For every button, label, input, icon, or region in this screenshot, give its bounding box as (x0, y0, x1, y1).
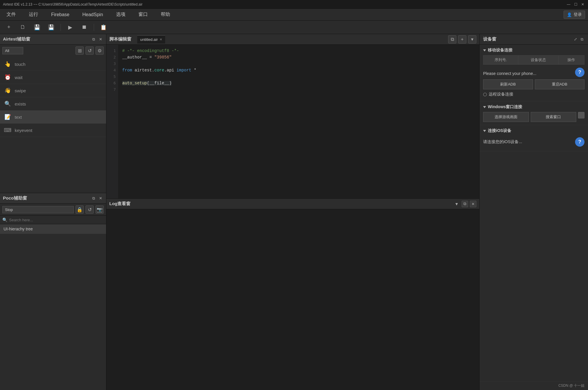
toolbar: + 🗋 💾 💾 ▶ ⏹ 📋 (0, 21, 588, 34)
menu-item-help[interactable]: 帮助 (157, 10, 174, 19)
airtest-close-button[interactable]: ✕ (98, 37, 103, 42)
left-panel: Airtest辅助窗 ⧉ ✕ All Android iOS Windows ⊞… (0, 34, 106, 390)
menu-item-window[interactable]: 窗口 (135, 10, 151, 19)
login-label: 登录 (574, 12, 582, 17)
poco-toolbar: Stop Android iOS 🔒 ↺ 📷 (0, 204, 106, 216)
assistant-item-keyevent[interactable]: ⌨ keyevent (0, 124, 106, 137)
device-restore-button[interactable]: ⧉ (579, 37, 584, 42)
col-status: 设备状态 (518, 56, 559, 65)
poco-search-input[interactable] (9, 218, 104, 222)
poco-mode-select[interactable]: Stop Android iOS (2, 206, 74, 213)
windows-connect-icon (578, 112, 584, 118)
windows-section-title: Windows窗口连接 (483, 104, 584, 110)
tab-close-button[interactable]: ✕ (160, 38, 162, 41)
assistant-item-touch[interactable]: 👆 touch (0, 58, 106, 71)
ios-section-label: 连接iOS设备 (488, 128, 511, 133)
mobile-section-title: 移动设备连接 (483, 48, 584, 53)
window-title: Airtest IDE v1.2.13 ~~ C:\Users\39856\Ap… (3, 2, 143, 6)
text-label: text (15, 115, 22, 120)
windows-triangle-icon (483, 106, 486, 108)
log-close-button[interactable]: ✕ (470, 201, 476, 207)
refresh-adb-button[interactable]: 刷新ADB (483, 79, 533, 89)
editor-header: 脚本编辑窗 untitled.air ✕ ⧉ + ▾ (106, 34, 479, 45)
ui-hierarchy-item[interactable]: UI-hierachy tree (0, 224, 106, 234)
line-numbers: 1 2 3 4 5 6 7 (106, 45, 118, 198)
mobile-help-button[interactable]: ? (575, 68, 584, 77)
airtest-restore-button[interactable]: ⧉ (91, 37, 96, 42)
editor-restore-button[interactable]: ⧉ (448, 35, 456, 43)
run-button[interactable]: ▶ (66, 23, 75, 32)
code-content[interactable]: # -*- encoding=utf8 -*- __author__ = "39… (118, 45, 479, 198)
windows-section: Windows窗口连接 选择游戏画面 搜索窗口 (480, 101, 588, 125)
save-as-button[interactable]: 💾 (46, 23, 56, 32)
restart-adb-button[interactable]: 重启ADB (535, 79, 585, 89)
keyevent-label: keyevent (15, 128, 32, 133)
airtest-add-button[interactable]: ⊞ (76, 46, 84, 55)
poco-panel-title: Poco辅助窗 (3, 195, 27, 201)
menu-item-firebase[interactable]: Firebase (48, 11, 73, 19)
poco-lock-button[interactable]: 🔒 (76, 205, 84, 214)
minimize-button[interactable]: — (566, 2, 571, 7)
exists-label: exists (15, 101, 26, 106)
ios-triangle-icon (483, 130, 486, 132)
device-panel-header: 设备窗 ⤢ ⧉ (480, 34, 588, 45)
wait-icon: ⏰ (4, 74, 11, 81)
remote-device-row[interactable]: 远程设备连接 (483, 89, 584, 98)
editor-expand-button[interactable]: ▾ (468, 35, 476, 43)
device-expand-button[interactable]: ⤢ (573, 37, 578, 42)
new-file-button[interactable]: + (4, 23, 14, 32)
poco-search-row: 🔍 (0, 216, 106, 224)
assistant-item-swipe[interactable]: 👋 swipe (0, 84, 106, 97)
text-icon: 📝 (4, 113, 11, 120)
user-icon: 👤 (567, 12, 572, 17)
code-area[interactable]: 1 2 3 4 5 6 7 # -*- encoding=utf8 -*- __… (106, 45, 479, 198)
poco-panel: Poco辅助窗 ⧉ ✕ Stop Android iOS 🔒 ↺ 📷 (0, 193, 106, 390)
stop-button[interactable]: ⏹ (80, 23, 89, 32)
airtest-settings-button[interactable]: ⚙ (96, 46, 104, 55)
log-panel: Log查看窗 ▼ ⧉ ✕ (106, 199, 479, 390)
editor-panel-title: 脚本编辑窗 (109, 36, 131, 42)
col-action: 操作 (558, 56, 584, 65)
poco-refresh-button[interactable]: ↺ (86, 205, 94, 214)
mobile-section-label: 移动设备连接 (488, 48, 512, 53)
editor-add-button[interactable]: + (458, 35, 466, 43)
close-button[interactable]: ✕ (580, 2, 585, 7)
remote-radio-button[interactable] (483, 93, 487, 96)
menu-item-file[interactable]: 文件 (3, 10, 19, 19)
editor-tab[interactable]: untitled.air ✕ (137, 35, 165, 43)
device-table: 序列号. 设备状态 操作 (483, 55, 584, 65)
menu-item-headspin[interactable]: HeadSpin (79, 11, 106, 19)
log-filter-button[interactable]: ▼ (453, 201, 460, 207)
assistant-item-text[interactable]: 📝 text (0, 111, 106, 124)
assistant-item-wait[interactable]: ⏰ wait (0, 71, 106, 84)
swipe-label: swipe (15, 88, 26, 93)
swipe-icon: 👋 (4, 87, 11, 94)
csdn-footer: CSDN @ 十一姐 (480, 381, 588, 390)
editor-toolbar-right: ⧉ + ▾ (448, 35, 476, 43)
open-file-button[interactable]: 🗋 (18, 23, 28, 32)
ios-help-button[interactable]: ? (575, 137, 584, 147)
maximize-button[interactable]: ☐ (573, 2, 578, 7)
poco-restore-button[interactable]: ⧉ (91, 196, 96, 201)
poco-capture-button[interactable]: 📷 (96, 205, 104, 214)
log-restore-button[interactable]: ⧉ (462, 201, 468, 207)
search-window-button[interactable]: 搜索窗口 (531, 112, 577, 122)
toolbar-separator-2 (94, 24, 94, 31)
save-button[interactable]: 💾 (32, 23, 42, 32)
login-button[interactable]: 👤 登录 (564, 11, 585, 19)
mobile-triangle-icon (483, 49, 486, 51)
airtest-refresh-button[interactable]: ↺ (86, 46, 94, 55)
assistant-item-exists[interactable]: 🔍 exists (0, 97, 106, 111)
select-game-button[interactable]: 选择游戏画面 (483, 112, 529, 122)
menu-item-options[interactable]: 选项 (113, 10, 129, 19)
airtest-device-select[interactable]: All Android iOS Windows (2, 47, 23, 54)
menu-item-run[interactable]: 运行 (25, 10, 42, 19)
clipboard-button[interactable]: 📋 (99, 23, 108, 32)
script-editor: 脚本编辑窗 untitled.air ✕ ⧉ + ▾ 1 2 3 4 (106, 34, 479, 199)
airtest-panel: Airtest辅助窗 ⧉ ✕ All Android iOS Windows ⊞… (0, 34, 106, 193)
poco-close-button[interactable]: ✕ (98, 196, 103, 201)
wait-label: wait (15, 75, 23, 80)
exists-icon: 🔍 (4, 100, 11, 107)
tab-filename: untitled.air (140, 37, 158, 42)
airtest-dropdown-row: All Android iOS Windows ⊞ ↺ ⚙ (0, 45, 106, 56)
